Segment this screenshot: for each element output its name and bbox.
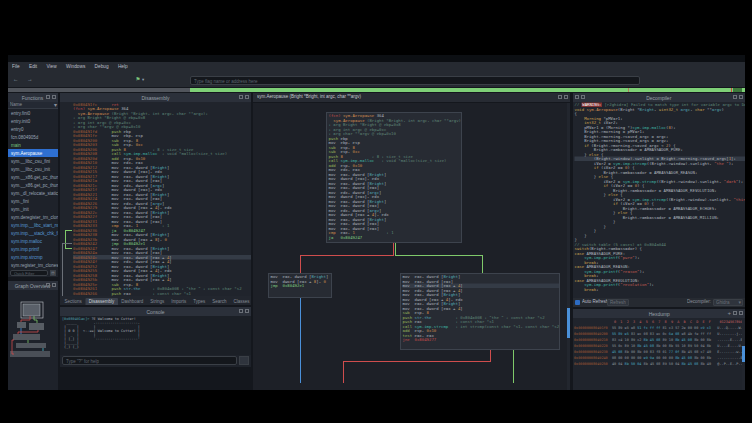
close-icon[interactable] <box>739 95 743 99</box>
console-input[interactable]: Type "?" for help <box>62 356 237 365</box>
forward-icon[interactable]: → <box>27 76 33 82</box>
asm-line[interactable]: 0x08049266 push eax ; const char *s1 <box>73 291 251 296</box>
menu-windows[interactable]: Windows <box>66 64 85 70</box>
jump-arrow-true <box>65 248 72 249</box>
undock-icon[interactable] <box>46 95 50 99</box>
asm-line[interactable]: jmp 0x80492e1 <box>271 284 332 289</box>
close-icon[interactable] <box>739 311 743 315</box>
function-list-item[interactable]: sym._init <box>8 205 58 213</box>
function-list-item[interactable]: sym.__x86.get_pc_thunk.bp <box>8 173 58 181</box>
graph-overview-minimap[interactable] <box>8 290 58 390</box>
close-icon[interactable] <box>564 95 568 99</box>
search-input[interactable]: Type flag name or address here <box>190 76 640 85</box>
graph-node-entry[interactable]: (fcn) sym.Aeropause 364 sym.Aeropause (B… <box>326 112 462 243</box>
tab-disassembly[interactable]: Disassembly <box>85 298 118 305</box>
edge-false <box>300 255 394 256</box>
console-panel-title: Console <box>146 309 164 315</box>
console-line[interactable]: (_) (_) <box>62 345 251 349</box>
flag-icon[interactable]: ⚑ <box>136 76 141 82</box>
close-icon[interactable] <box>245 95 249 99</box>
refresh-button[interactable]: Refresh <box>607 299 629 306</box>
console-send-button[interactable]: → <box>239 356 249 365</box>
close-icon[interactable] <box>245 309 249 313</box>
decompiler-selector-label: Decompiler: <box>687 299 711 304</box>
tab-list-icon[interactable] <box>558 95 562 99</box>
plus-icon[interactable]: + <box>727 311 731 315</box>
function-list-item[interactable]: sym.imp.strcmp <box>8 253 58 261</box>
edge-true <box>482 255 483 273</box>
tab-imports[interactable]: Imports <box>168 298 190 305</box>
function-list-item[interactable]: sym.imp.__stack_chk_fail <box>8 229 58 237</box>
hexdump-scrollbar[interactable] <box>742 318 745 390</box>
function-list-item[interactable]: entry0 <box>8 125 58 133</box>
decompiler-line[interactable]: break; <box>575 287 746 292</box>
chevron-down-icon[interactable]: ▾ <box>54 102 57 108</box>
undock-icon[interactable] <box>239 309 243 313</box>
auto-refresh-checkbox[interactable]: ✓ <box>575 300 580 305</box>
close-icon[interactable] <box>52 95 56 99</box>
menu-file[interactable]: File <box>12 64 20 70</box>
function-list-item[interactable]: entry.fini0 <box>8 109 58 117</box>
graph-node-left[interactable]: mov eax, dword [Bright]mov dword [eax + … <box>268 273 332 298</box>
undock-icon[interactable] <box>575 95 579 99</box>
edge-false <box>343 361 344 383</box>
menu-bar: File Edit View Windows Debug Help <box>8 62 745 74</box>
flag-dropdown-icon[interactable]: ▾ <box>142 77 144 82</box>
title-bar <box>8 55 745 62</box>
graph-node-right[interactable]: mov eax, dword [Bright]mov eax, dword [e… <box>400 273 560 350</box>
graph-tab[interactable]: sym.Aeropause (Bright *Bright, int argc,… <box>257 94 361 99</box>
edge-true <box>395 255 483 256</box>
hexdump-panel: Hexdump + 0 1 2 3 4 5 6 7 8 9 A B C D E … <box>573 309 745 390</box>
function-list-item[interactable]: sym.deregister_tm_clones <box>8 213 58 221</box>
function-list-item[interactable]: entry.init0 <box>8 117 58 125</box>
edge-false <box>490 350 491 361</box>
function-list-item[interactable]: sym.register_tm_clones <box>8 261 58 269</box>
undock-icon[interactable] <box>733 95 737 99</box>
undock-icon[interactable] <box>239 95 243 99</box>
seek-bar[interactable] <box>8 88 745 92</box>
hex-row[interactable]: 0x00000008049250 40 04 8b 50 04 8b 45 08… <box>574 361 745 367</box>
function-list-item[interactable]: main <box>8 141 58 149</box>
tab-types[interactable]: Types <box>190 298 209 305</box>
disassembly-panel: Disassembly 0x080491fc ret(fcn) sym.Aero… <box>60 93 251 305</box>
function-list-item[interactable]: sym.__x86.get_pc_thunk.bx <box>8 181 58 189</box>
function-list-item[interactable]: sym._fini <box>8 197 58 205</box>
graph-scrollbar[interactable] <box>567 103 570 390</box>
decompiler-panel-header: Decompiler <box>573 93 745 102</box>
quick-filter-input[interactable]: Quick Filter <box>10 270 48 276</box>
decompiler-line[interactable]: void sym.Aeropause(Bright *Bright, uint3… <box>575 107 746 112</box>
function-list-item[interactable]: sym.Aeropause <box>8 149 58 157</box>
function-list-item[interactable]: sym._dl_relocate_static_pie <box>8 189 58 197</box>
tab-classes[interactable]: Classes <box>230 298 251 305</box>
close-icon[interactable] <box>52 283 56 287</box>
disassembly-tab-bar: SectionsDisassemblyDashboardStringsImpor… <box>60 296 251 305</box>
decompiler-select[interactable]: Ghidra ▾ <box>713 299 743 306</box>
disassembly-panel-header: Disassembly <box>60 93 251 102</box>
disassembly-listing: 0x080491fc ret(fcn) sym.Aeropause 364 sy… <box>60 102 251 296</box>
tab-sections[interactable]: Sections <box>61 298 85 305</box>
function-list-item[interactable]: sym.__libc_csu_fini <box>8 157 58 165</box>
jump-arrow-true <box>65 230 66 248</box>
undock-icon[interactable] <box>733 311 737 315</box>
asm-line[interactable]: jne 0x8049277 <box>403 338 560 343</box>
function-list-item[interactable]: fcn.0804905d <box>8 133 58 141</box>
function-list-item[interactable]: sym.imp.__libc_start_main <box>8 221 58 229</box>
jump-arrow-uncond <box>62 243 72 244</box>
menu-debug[interactable]: Debug <box>95 64 109 70</box>
menu-help[interactable]: Help <box>118 64 128 70</box>
filter-options-button[interactable]: ▤ <box>50 270 56 276</box>
menu-edit[interactable]: Edit <box>29 64 37 70</box>
function-list-item[interactable]: sym.__libc_csu_init <box>8 165 58 173</box>
tab-search[interactable]: Search <box>209 298 230 305</box>
function-list-item[interactable]: sym.imp.malloc <box>8 237 58 245</box>
tab-strings[interactable]: Strings <box>147 298 168 305</box>
function-list-item[interactable]: sym.imp.printf <box>8 245 58 253</box>
functions-column-header[interactable]: Name ▾ <box>8 102 58 109</box>
asm-line[interactable]: ja 0x8049247 <box>329 235 462 240</box>
undock-icon[interactable] <box>46 283 50 287</box>
back-icon[interactable]: ← <box>13 76 19 82</box>
jump-arrow-true <box>65 230 72 231</box>
close-icon[interactable] <box>581 95 585 99</box>
menu-view[interactable]: View <box>46 64 56 70</box>
tab-dashboard[interactable]: Dashboard <box>118 298 147 305</box>
